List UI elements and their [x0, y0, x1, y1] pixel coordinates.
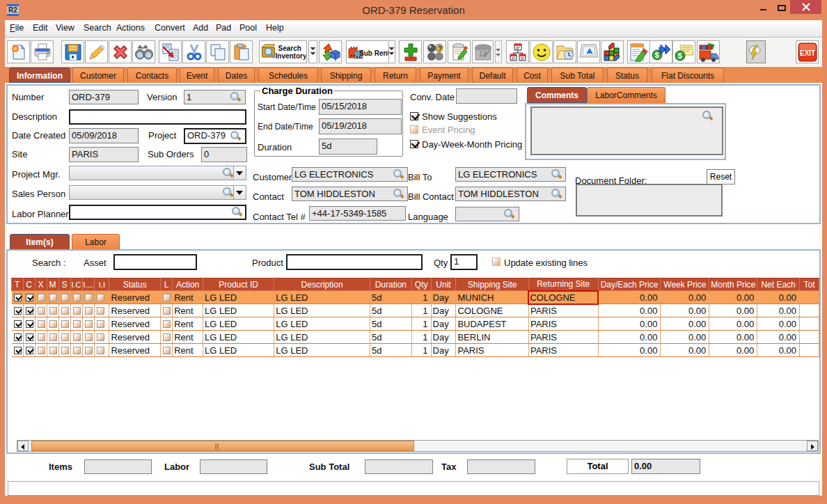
svg-text:$: $ — [654, 51, 659, 59]
svg-text:$: $ — [677, 52, 682, 60]
svg-text:Search: Search — [278, 45, 301, 52]
svg-text:Sub Rent: Sub Rent — [359, 49, 391, 57]
svg-text:?: ? — [438, 45, 442, 53]
svg-text:Inventory: Inventory — [275, 52, 306, 60]
svg-text:EXIT: EXIT — [800, 49, 815, 57]
